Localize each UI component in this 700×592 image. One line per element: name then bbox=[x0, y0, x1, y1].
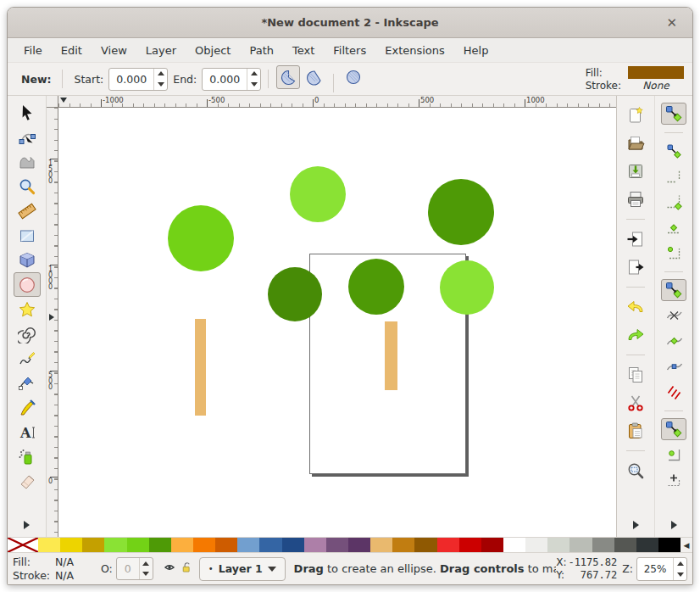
opacity-spinbox[interactable]: 0 bbox=[116, 557, 153, 580]
arc-open-button[interactable] bbox=[302, 65, 325, 89]
tool-star[interactable] bbox=[14, 297, 41, 321]
palette-swatch-none[interactable] bbox=[8, 538, 38, 552]
palette-swatch-butter-dark[interactable] bbox=[82, 538, 104, 552]
cmdcol-expander[interactable] bbox=[627, 518, 644, 532]
cut-button[interactable] bbox=[622, 390, 649, 416]
canopy-left-large[interactable] bbox=[168, 205, 234, 271]
palette-swatch-butter-light[interactable] bbox=[38, 538, 60, 552]
import-button[interactable] bbox=[622, 226, 649, 252]
canopy-mid-center[interactable] bbox=[348, 259, 404, 315]
tool-tweak[interactable] bbox=[14, 149, 41, 174]
canvas-viewport[interactable] bbox=[58, 108, 616, 537]
tree-trunk-left[interactable] bbox=[195, 319, 206, 416]
snap-smooth-nodes-button[interactable] bbox=[661, 381, 686, 403]
palette-swatch-chameleon[interactable] bbox=[127, 538, 149, 552]
opacity-spin-up[interactable] bbox=[140, 558, 153, 569]
open-document-button[interactable] bbox=[622, 131, 649, 156]
print-button[interactable] bbox=[622, 187, 649, 212]
tool-eraser[interactable] bbox=[14, 469, 41, 494]
tree-trunk-right[interactable] bbox=[385, 321, 397, 390]
palette-swatch-plum[interactable] bbox=[326, 538, 348, 552]
snap-enable-button[interactable] bbox=[661, 103, 686, 125]
whole-ellipse-button[interactable] bbox=[342, 65, 365, 89]
layer-visibility-toggle[interactable] bbox=[164, 561, 175, 576]
palette-swatch-chocolate-light[interactable] bbox=[370, 538, 392, 552]
opacity-spin-down[interactable] bbox=[140, 569, 153, 580]
new-document-button[interactable] bbox=[622, 103, 649, 128]
snap-bbox-corners-button[interactable] bbox=[661, 191, 686, 213]
zoom-spinbox[interactable]: 25% bbox=[636, 557, 687, 581]
layer-selector[interactable]: • Layer 1 bbox=[199, 557, 286, 581]
zoom-spin-up[interactable] bbox=[674, 558, 686, 569]
zoom-selection-button[interactable] bbox=[622, 458, 649, 483]
menu-filters[interactable]: Filters bbox=[324, 41, 375, 60]
snap-path-intersections-button[interactable] bbox=[661, 330, 686, 352]
snap-object-centers-button[interactable] bbox=[661, 444, 686, 466]
zoom-value[interactable]: 25% bbox=[637, 558, 673, 580]
snap-bbox-edges-button[interactable] bbox=[661, 165, 686, 187]
palette-swatch-chameleon-light[interactable] bbox=[104, 538, 126, 552]
start-spin-up[interactable] bbox=[154, 69, 167, 80]
close-button[interactable]: ✕ bbox=[661, 8, 682, 38]
end-spinbox[interactable]: 0.000 bbox=[202, 68, 261, 91]
snap-midpoints-button[interactable] bbox=[661, 418, 686, 440]
titlebar[interactable]: *New document 2 - Inkscape ✕ bbox=[8, 8, 692, 38]
palette-swatch-chocolate-dark[interactable] bbox=[414, 538, 436, 552]
start-spinbox[interactable]: 0.000 bbox=[108, 68, 168, 91]
paste-button[interactable] bbox=[622, 418, 649, 444]
palette-swatch-skyblue[interactable] bbox=[259, 538, 281, 552]
palette-swatch-chocolate[interactable] bbox=[392, 538, 414, 552]
palette-swatch-aluminium-4[interactable] bbox=[592, 538, 614, 552]
end-value[interactable]: 0.000 bbox=[203, 69, 247, 90]
snap-bbox-edge-midpoints-button[interactable] bbox=[661, 216, 686, 238]
snap-cusp-nodes-button[interactable] bbox=[661, 355, 686, 377]
palette-swatch-scarletred[interactable] bbox=[459, 538, 481, 552]
stroke-value[interactable]: None bbox=[628, 80, 684, 92]
canopy-top-right[interactable] bbox=[428, 179, 494, 245]
export-button[interactable] bbox=[622, 254, 649, 280]
copy-button[interactable] bbox=[622, 362, 649, 388]
menu-file[interactable]: File bbox=[14, 41, 52, 60]
palette-swatch-skyblue-dark[interactable] bbox=[282, 538, 304, 552]
palette-swatch-black[interactable] bbox=[658, 538, 681, 552]
tool-calligraphy[interactable] bbox=[14, 395, 41, 420]
palette-swatch-orange[interactable] bbox=[193, 538, 215, 552]
end-spin-down[interactable] bbox=[247, 79, 260, 90]
palette-swatch-plum-dark[interactable] bbox=[348, 538, 370, 552]
end-spin-up[interactable] bbox=[247, 69, 260, 80]
tool-selector[interactable] bbox=[14, 100, 41, 125]
tool-rectangle[interactable] bbox=[14, 223, 41, 248]
canopy-top-middle[interactable] bbox=[290, 166, 346, 222]
vertical-ruler[interactable]: 150010005000 bbox=[47, 108, 58, 537]
fill-color-swatch[interactable] bbox=[628, 66, 684, 79]
tool-spray[interactable] bbox=[14, 444, 41, 469]
menu-path[interactable]: Path bbox=[240, 41, 283, 60]
toolbox-expander[interactable] bbox=[19, 518, 36, 532]
menu-object[interactable]: Object bbox=[186, 41, 240, 60]
palette-swatch-orange-light[interactable] bbox=[171, 538, 193, 552]
snapcol-expander[interactable] bbox=[665, 518, 682, 532]
palette-swatch-aluminium-1[interactable] bbox=[525, 538, 547, 552]
arc-slice-button[interactable] bbox=[276, 65, 300, 89]
palette-swatch-orange-dark[interactable] bbox=[215, 538, 237, 552]
menu-view[interactable]: View bbox=[92, 41, 136, 60]
tool-spiral[interactable] bbox=[14, 321, 41, 346]
palette-swatch-butter[interactable] bbox=[60, 538, 82, 552]
tool-text[interactable]: A bbox=[14, 420, 41, 444]
start-value[interactable]: 0.000 bbox=[109, 69, 153, 90]
zoom-spin-down[interactable] bbox=[674, 569, 686, 580]
tool-bezier-pen[interactable] bbox=[14, 371, 41, 395]
palette-swatch-aluminium-2[interactable] bbox=[547, 538, 569, 552]
tool-zoom[interactable] bbox=[14, 174, 41, 198]
palette-swatch-aluminium-3[interactable] bbox=[569, 538, 592, 552]
menu-extensions[interactable]: Extensions bbox=[375, 41, 454, 60]
save-document-button[interactable] bbox=[622, 159, 649, 184]
layer-lock-toggle[interactable] bbox=[181, 561, 192, 576]
tool-node-editor[interactable] bbox=[14, 125, 41, 149]
opacity-value[interactable]: 0 bbox=[117, 558, 139, 579]
start-spin-down[interactable] bbox=[154, 79, 167, 90]
palette-swatch-skyblue-light[interactable] bbox=[237, 538, 259, 552]
palette-swatch-white[interactable] bbox=[503, 538, 525, 552]
palette-swatch-plum-light[interactable] bbox=[304, 538, 326, 552]
palette-swatch-scarletred-light[interactable] bbox=[437, 538, 459, 552]
